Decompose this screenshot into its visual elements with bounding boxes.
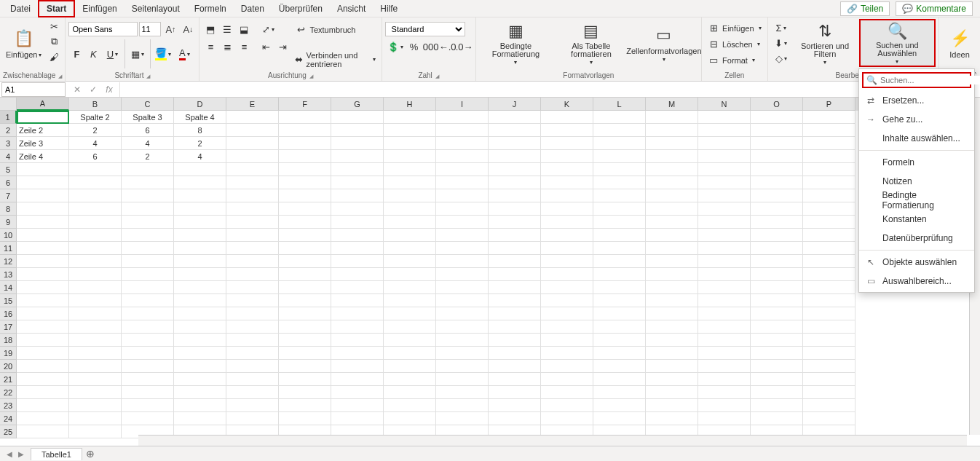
align-center-button[interactable]: ≣ bbox=[219, 39, 235, 54]
cell-L3[interactable] bbox=[593, 137, 646, 150]
cell-K16[interactable] bbox=[541, 307, 593, 320]
cell-P22[interactable] bbox=[803, 386, 855, 399]
cell-O9[interactable] bbox=[751, 216, 803, 229]
cell-C6[interactable] bbox=[122, 176, 174, 189]
row-header-1[interactable]: 1 bbox=[0, 111, 17, 124]
cell-L10[interactable] bbox=[593, 229, 646, 242]
cell-D24[interactable] bbox=[174, 412, 226, 425]
cell-O3[interactable] bbox=[751, 137, 803, 150]
cell-B12[interactable] bbox=[69, 255, 122, 268]
decrease-indent-button[interactable]: ⇤ bbox=[258, 39, 274, 54]
row-header-9[interactable]: 9 bbox=[0, 216, 17, 229]
cell-N23[interactable] bbox=[698, 399, 751, 412]
cell-N11[interactable] bbox=[698, 242, 751, 255]
cell-J22[interactable] bbox=[489, 386, 541, 399]
cell-L12[interactable] bbox=[593, 255, 646, 268]
cell-A18[interactable] bbox=[17, 334, 69, 347]
cell-H10[interactable] bbox=[384, 229, 436, 242]
cell-I4[interactable] bbox=[436, 150, 489, 163]
cell-M19[interactable] bbox=[646, 347, 698, 360]
cell-I10[interactable] bbox=[436, 229, 489, 242]
cell-P9[interactable] bbox=[803, 216, 855, 229]
cell-C24[interactable] bbox=[122, 412, 174, 425]
column-header-G[interactable]: G bbox=[331, 98, 384, 111]
cell-A16[interactable] bbox=[17, 307, 69, 320]
row-header-13[interactable]: 13 bbox=[0, 268, 17, 281]
column-header-H[interactable]: H bbox=[384, 98, 436, 111]
cell-A4[interactable]: Zeile 4 bbox=[17, 150, 69, 163]
cell-C14[interactable] bbox=[122, 281, 174, 294]
cell-A24[interactable] bbox=[17, 412, 69, 425]
cell-G15[interactable] bbox=[331, 294, 384, 307]
cell-E10[interactable] bbox=[226, 229, 279, 242]
cell-E1[interactable] bbox=[226, 111, 279, 124]
cell-O24[interactable] bbox=[751, 412, 803, 425]
cell-G6[interactable] bbox=[331, 176, 384, 189]
cell-K3[interactable] bbox=[541, 137, 593, 150]
cell-B21[interactable] bbox=[69, 373, 122, 386]
cell-F10[interactable] bbox=[279, 229, 331, 242]
cell-B23[interactable] bbox=[69, 399, 122, 412]
cell-M21[interactable] bbox=[646, 373, 698, 386]
menu-auswahlbereich[interactable]: ▭Auswahlbereich... bbox=[859, 272, 974, 291]
cell-C13[interactable] bbox=[122, 268, 174, 281]
cell-L9[interactable] bbox=[593, 216, 646, 229]
cell-J11[interactable] bbox=[489, 242, 541, 255]
underline-button[interactable]: U▾ bbox=[102, 47, 122, 61]
cell-J6[interactable] bbox=[489, 176, 541, 189]
cell-I2[interactable] bbox=[436, 124, 489, 137]
cell-H18[interactable] bbox=[384, 334, 436, 347]
cell-F4[interactable] bbox=[279, 150, 331, 163]
cell-C22[interactable] bbox=[122, 386, 174, 399]
cell-H17[interactable] bbox=[384, 320, 436, 334]
menu-ersetzen[interactable]: ⇄Ersetzen... bbox=[859, 91, 974, 110]
tab-ansicht[interactable]: Ansicht bbox=[330, 1, 373, 16]
cell-A8[interactable] bbox=[17, 202, 69, 216]
cell-O2[interactable] bbox=[751, 124, 803, 137]
cell-L5[interactable] bbox=[593, 163, 646, 176]
cell-D17[interactable] bbox=[174, 320, 226, 334]
cell-I17[interactable] bbox=[436, 320, 489, 334]
row-header-7[interactable]: 7 bbox=[0, 189, 17, 202]
cell-J1[interactable] bbox=[489, 111, 541, 124]
select-all-corner[interactable] bbox=[0, 98, 17, 111]
clear-button[interactable]: ◇▾ bbox=[771, 51, 791, 66]
align-left-button[interactable]: ≡ bbox=[202, 39, 218, 54]
cell-B1[interactable]: Spalte 2 bbox=[69, 111, 122, 124]
row-header-12[interactable]: 12 bbox=[0, 255, 17, 268]
cell-E13[interactable] bbox=[226, 268, 279, 281]
cell-M20[interactable] bbox=[646, 360, 698, 373]
cell-B3[interactable]: 4 bbox=[69, 137, 122, 150]
cell-N1[interactable] bbox=[698, 111, 751, 124]
cell-E11[interactable] bbox=[226, 242, 279, 255]
cell-L20[interactable] bbox=[593, 360, 646, 373]
cell-J20[interactable] bbox=[489, 360, 541, 373]
cell-B5[interactable] bbox=[69, 163, 122, 176]
cell-D22[interactable] bbox=[174, 386, 226, 399]
cell-C15[interactable] bbox=[122, 294, 174, 307]
cell-C23[interactable] bbox=[122, 399, 174, 412]
cell-D14[interactable] bbox=[174, 281, 226, 294]
row-header-24[interactable]: 24 bbox=[0, 412, 17, 425]
cell-H5[interactable] bbox=[384, 163, 436, 176]
row-header-17[interactable]: 17 bbox=[0, 320, 17, 334]
cell-G18[interactable] bbox=[331, 334, 384, 347]
cell-N10[interactable] bbox=[698, 229, 751, 242]
enter-formula-button[interactable]: ✓ bbox=[86, 82, 100, 97]
cell-I6[interactable] bbox=[436, 176, 489, 189]
cell-H11[interactable] bbox=[384, 242, 436, 255]
cell-B22[interactable] bbox=[69, 386, 122, 399]
tab-daten[interactable]: Daten bbox=[234, 1, 272, 16]
cell-N5[interactable] bbox=[698, 163, 751, 176]
cell-C9[interactable] bbox=[122, 216, 174, 229]
cell-P16[interactable] bbox=[803, 307, 855, 320]
borders-button[interactable]: ▦▾ bbox=[127, 47, 148, 61]
cell-E4[interactable] bbox=[226, 150, 279, 163]
cell-J12[interactable] bbox=[489, 255, 541, 268]
share-button[interactable]: 🔗 Teilen bbox=[840, 1, 890, 16]
column-header-D[interactable]: D bbox=[174, 98, 226, 111]
formula-input[interactable] bbox=[120, 82, 980, 97]
cell-F3[interactable] bbox=[279, 137, 331, 150]
cell-F14[interactable] bbox=[279, 281, 331, 294]
cell-F22[interactable] bbox=[279, 386, 331, 399]
